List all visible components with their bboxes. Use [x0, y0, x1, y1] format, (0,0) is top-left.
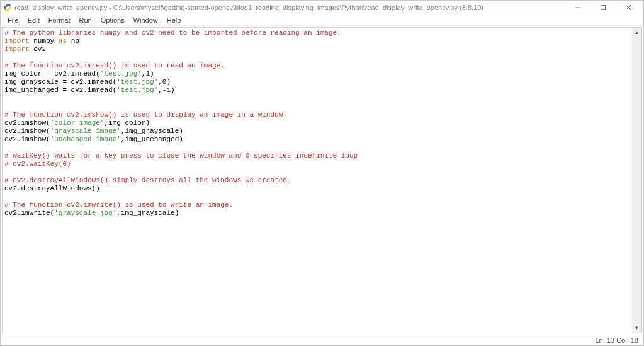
code-keyword: import [4, 37, 30, 45]
maximize-button[interactable] [590, 1, 616, 14]
code-string: 'color image' [50, 119, 105, 127]
titlebar[interactable]: read_display_write_opencv.py - C:\Users\… [1, 1, 643, 14]
code-string: 'grayscale.jpg' [54, 209, 116, 217]
code-text: cv2.imwrite( [4, 209, 54, 217]
code-text: ,1) [142, 70, 154, 78]
code-text: img_color = cv2.imread( [4, 70, 100, 78]
code-string: 'grayscale image' [50, 127, 121, 135]
code-text: cv2 [30, 45, 46, 53]
code-text: img_unchanged = cv2.imread( [4, 86, 116, 94]
window-title: read_display_write_opencv.py - C:\Users\… [14, 4, 483, 11]
code-string: 'unchanged image' [50, 136, 121, 143]
editor-area: # The python libraries numpy and cv2 nee… [2, 27, 642, 333]
window-controls [565, 1, 641, 14]
code-string: 'test.jpg' [116, 86, 158, 94]
code-text: ,img_grayscale) [121, 127, 183, 135]
menu-file[interactable]: File [3, 16, 23, 25]
code-comment: # The python libraries numpy and cv2 nee… [4, 29, 341, 37]
code-text: ,img_grayscale) [116, 209, 179, 217]
scroll-track[interactable] [632, 37, 641, 323]
menu-window[interactable]: Window [129, 16, 162, 25]
code-text: ,-1) [158, 86, 174, 94]
menu-edit[interactable]: Edit [23, 16, 44, 25]
svg-rect-1 [601, 5, 606, 9]
code-keyword: import [4, 45, 30, 53]
scroll-down-icon[interactable]: ▼ [632, 323, 641, 333]
code-text: cv2.imshow( [4, 127, 50, 135]
code-text: np [67, 37, 79, 45]
code-string: 'test.jpg' [116, 78, 158, 86]
code-text: ,img_unchanged) [121, 136, 183, 143]
menu-options[interactable]: Options [96, 16, 129, 25]
minimize-button[interactable] [565, 1, 590, 14]
code-comment: # waitKey() waits for a key press to clo… [4, 152, 358, 159]
code-text: img_grayscale = cv2.imread( [4, 78, 116, 86]
cursor-position: Ln: 13 Col: 18 [596, 337, 639, 344]
code-text: numpy [30, 37, 59, 45]
python-idle-icon [3, 3, 12, 12]
scroll-up-icon[interactable]: ▲ [632, 28, 641, 37]
menu-run[interactable]: Run [75, 16, 96, 25]
idle-window: read_display_write_opencv.py - C:\Users\… [0, 0, 644, 346]
code-text: ,img_color) [104, 119, 150, 127]
code-comment: # cv2.destroyAllWindows() simply destroy… [4, 176, 291, 184]
code-text: cv2.imshow( [4, 136, 50, 143]
menu-format[interactable]: Format [44, 16, 75, 25]
statusbar: Ln: 13 Col: 18 [1, 335, 643, 345]
code-comment: # The function cv2.imread() is used to r… [4, 62, 225, 69]
code-text: ,0) [158, 78, 171, 86]
code-comment: # The function cv2.imwrite() is used to … [4, 201, 233, 209]
menu-help[interactable]: Help [162, 16, 186, 25]
close-button[interactable] [616, 1, 641, 14]
code-text: cv2.destroyAllWindows() [4, 185, 100, 192]
code-text: cv2.imshow( [4, 119, 50, 127]
code-comment: # cv2.waitKey(0) [4, 160, 71, 168]
code-editor[interactable]: # The python libraries numpy and cv2 nee… [3, 28, 632, 333]
menubar: File Edit Format Run Options Window Help [1, 14, 643, 26]
code-string: 'test.jpg' [100, 70, 142, 78]
code-comment: # The function cv2.imshow() is used to d… [4, 111, 287, 118]
vertical-scrollbar[interactable]: ▲ ▼ [632, 28, 641, 333]
code-keyword: as [59, 37, 67, 45]
